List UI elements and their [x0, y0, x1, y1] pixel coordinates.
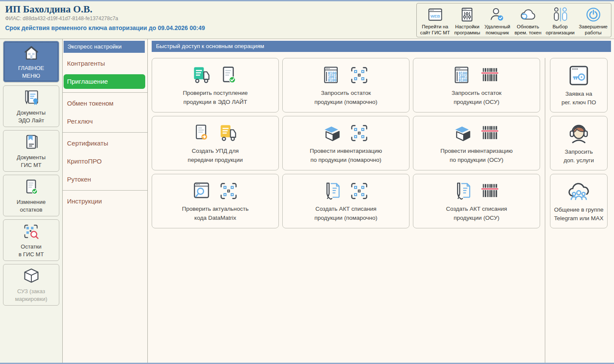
- toolbar-goto-gis-mt-site-button[interactable]: Перейти на сайт ГИС МТ: [418, 4, 452, 36]
- toolbar-program-settings-button[interactable]: Настройки программы: [452, 4, 482, 36]
- card-create-writeoff-act-osu[interactable]: Создать АКТ списания продукции (ОСУ): [413, 174, 540, 228]
- vertical-divider: [545, 58, 545, 363]
- card-request-extra-services[interactable]: Запросить доп. услуги: [550, 116, 608, 170]
- package-box-icon: [21, 267, 41, 286]
- toolbar-refresh-token-button[interactable]: Обновить врем. токен: [512, 4, 544, 36]
- sidebar-item-gis-mt-documents[interactable]: Документы ГИС МТ: [3, 130, 59, 172]
- content: ГЛАВНОЕ МЕНЮ Документы ЭДО Лайт Документ…: [0, 39, 614, 363]
- menu-item-counterparties[interactable]: Контрагенты: [64, 56, 145, 71]
- home-icon: [21, 43, 41, 63]
- choose-organization-icon: [551, 6, 569, 24]
- toolbar-remote-helper-button[interactable]: Удаленный помощник: [482, 4, 512, 36]
- card-create-writeoff-act-by-mark[interactable]: Создать АКТ списания продукции (помарочн…: [282, 174, 409, 228]
- web-site-icon: [426, 6, 444, 24]
- card-check-datamatrix[interactable]: Проверить актуальность кода DataMatrix: [152, 174, 279, 228]
- support-agent-icon: [567, 121, 591, 146]
- card-reg-key-request[interactable]: Заявка на рег. ключ ПО: [550, 58, 608, 112]
- toolbar-exit-button[interactable]: Завершение работы: [577, 4, 610, 36]
- qr-search-icon: [21, 222, 41, 242]
- remote-helper-icon: [488, 6, 506, 24]
- app-window: ИП Бахолдина О.В. ФИАС: d88da432-d19f-41…: [0, 0, 614, 364]
- qr-code-icon: [348, 122, 370, 144]
- pen-document-icon: [321, 180, 344, 202]
- express-settings-menu: Экспресс настройки Контрагенты Приглашен…: [63, 39, 148, 363]
- header: ИП Бахолдина О.В. ФИАС: d88da432-d19f-41…: [0, 1, 614, 39]
- card-inventory-osu[interactable]: Провести инвентаризацию по продукции (ОС…: [413, 116, 540, 170]
- quick-access-header: Быстрый доступ к основным операциям: [152, 41, 611, 52]
- sidebar-item-edo-lite-documents[interactable]: Документы ЭДО Лайт: [3, 85, 59, 127]
- sidebar-item-suz-marking-order[interactable]: СУЗ (заказ маркировки): [3, 264, 59, 306]
- menu-item-certificates[interactable]: Сертификаты: [64, 136, 145, 151]
- side-cards: Заявка на рег. ключ ПО Запросить доп. ус…: [550, 58, 608, 363]
- card-community-telegram-max[interactable]: Общение в группе Telegram или MAX: [550, 174, 608, 228]
- cloud-people-icon: [567, 179, 591, 203]
- menu-item-token-exchange[interactable]: Обмен токеном: [64, 96, 145, 111]
- menu-item-instructions[interactable]: Инструкции: [64, 194, 145, 209]
- card-check-incoming-edo-lite[interactable]: Проверить поступление продукции в ЭДО ЛА…: [152, 58, 279, 112]
- card-request-stock-osu[interactable]: Запросить остаток продукции (ОСУ): [413, 58, 540, 112]
- barcode-icon: [479, 180, 501, 202]
- menu-item-reg-key[interactable]: Рег.ключ: [64, 114, 145, 129]
- card-create-upd-transfer[interactable]: Создать УПД для передачи продукции: [152, 116, 279, 170]
- menu-item-cryptopro[interactable]: КриптоПРО: [64, 154, 145, 169]
- sidebar: ГЛАВНОЕ МЕНЮ Документы ЭДО Лайт Документ…: [0, 39, 63, 363]
- open-box-icon: [321, 122, 344, 144]
- truck-document-yellow-icon: [217, 122, 240, 144]
- window-search-icon: [191, 180, 213, 202]
- document-bookmark-icon: [21, 133, 41, 152]
- toolbar-choose-organization-button[interactable]: Выбор организации: [544, 4, 577, 36]
- sidebar-item-main-menu[interactable]: ГЛАВНОЕ МЕНЮ: [3, 41, 59, 82]
- document-check-icon: [217, 64, 240, 86]
- settings-sliders-icon: [458, 6, 476, 24]
- menu-item-invitation[interactable]: Приглашение: [64, 74, 145, 89]
- quick-access-grid: Проверить поступление продукции в ЭДО ЛА…: [152, 58, 540, 363]
- document-pen-seal-icon: [21, 88, 41, 108]
- qr-code-icon: [348, 64, 370, 86]
- power-icon: [584, 6, 602, 24]
- document-check-icon: [21, 177, 41, 197]
- card-request-stock-by-mark[interactable]: Запросить остаток продукции (помарочно): [282, 58, 409, 112]
- main-area: Быстрый доступ к основным операциям Пров…: [148, 39, 614, 363]
- open-box-icon: [452, 122, 474, 144]
- card-inventory-by-mark[interactable]: Провести инвентаризацию по продукции (по…: [282, 116, 409, 170]
- qr-code-icon: [348, 180, 370, 202]
- menu-item-rutoken[interactable]: Рутокен: [64, 172, 145, 187]
- menu-divider: [63, 132, 147, 133]
- truck-document-green-icon: [191, 64, 213, 86]
- window-key-icon: [567, 64, 591, 88]
- barcode-icon: [479, 122, 501, 144]
- binary-code-icon: [452, 64, 474, 86]
- binary-code-icon: [321, 64, 344, 86]
- barcode-icon: [479, 64, 501, 86]
- menu-header: Экспресс настройки: [64, 41, 145, 53]
- menu-divider: [63, 92, 147, 93]
- pen-document-icon: [452, 180, 474, 202]
- sidebar-item-stock-in-gis-mt[interactable]: Остатки в ГИС МТ: [3, 219, 59, 261]
- sidebar-item-change-stock[interactable]: Изменение остатков: [3, 175, 59, 216]
- quick-access-body: Проверить поступление продукции в ЭДО ЛА…: [152, 58, 611, 363]
- header-toolbar: Перейти на сайт ГИС МТ Настройки програм…: [416, 3, 611, 37]
- menu-divider: [63, 190, 147, 191]
- cloud-refresh-icon: [519, 6, 537, 24]
- document-arrow-icon: [191, 122, 213, 144]
- qr-code-icon: [217, 180, 240, 202]
